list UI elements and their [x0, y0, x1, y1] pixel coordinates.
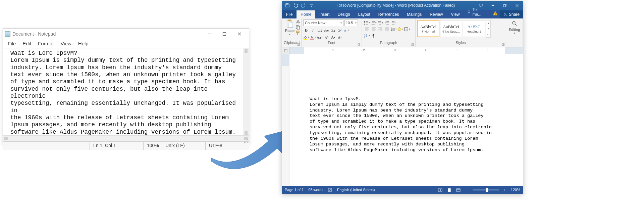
tab-review[interactable]: Review	[426, 10, 447, 18]
close-button[interactable]	[511, 1, 523, 10]
styles-group-label: Styles	[416, 41, 506, 46]
tab-home[interactable]: Home	[297, 10, 315, 18]
undo-icon[interactable]	[292, 2, 299, 9]
dialog-launcher-icon[interactable]: ◲	[411, 43, 414, 46]
format-painter-icon[interactable]	[296, 31, 300, 35]
notepad-titlebar[interactable]: Document - Notepad	[3, 29, 249, 39]
restore-button[interactable]	[499, 1, 511, 10]
activation-warning-icon[interactable]	[491, 9, 500, 18]
svg-point-43	[364, 24, 365, 25]
zoom-in-button[interactable]: +	[503, 187, 506, 192]
menu-help[interactable]: Help	[75, 40, 92, 47]
change-case-icon[interactable]: Aa	[317, 34, 323, 40]
shrink-font-icon[interactable]: A▾	[337, 34, 343, 40]
line-spacing-icon[interactable]	[390, 26, 397, 32]
tab-insert[interactable]: Insert	[315, 10, 333, 18]
justify-icon[interactable]	[384, 26, 390, 32]
status-word-count[interactable]: 95 words	[308, 188, 323, 192]
menu-view[interactable]: View	[57, 40, 75, 47]
redo-icon[interactable]	[300, 2, 307, 9]
svg-rect-1	[223, 33, 226, 36]
menu-format[interactable]: Format	[35, 40, 57, 47]
font-size-selector[interactable]: 10.5▾	[344, 19, 358, 26]
strikethrough-button[interactable]: abc	[323, 27, 329, 33]
word-title-text: TxtToWord [Compatibility Mode] - Word (P…	[317, 3, 475, 8]
ribbon: Paste ▾ Clipboard ◲ Courier New▾ 10.5▾ B…	[282, 18, 523, 47]
close-button[interactable]	[232, 29, 247, 39]
multilevel-list-icon[interactable]	[377, 20, 383, 26]
tell-me-search[interactable]: Tell me...	[464, 6, 491, 18]
style-heading-1[interactable]: AaBbC Heading 1	[463, 20, 485, 37]
qat-customize-icon[interactable]	[308, 2, 315, 9]
tab-layout[interactable]: Layout	[354, 10, 374, 18]
find-icon[interactable]	[512, 21, 517, 27]
align-center-icon[interactable]	[370, 26, 377, 32]
numbering-icon[interactable]: 123	[370, 20, 377, 26]
status-page[interactable]: Page 1 of 1	[285, 188, 304, 192]
clear-formatting-icon[interactable]: A	[323, 34, 329, 40]
tab-references[interactable]: References	[374, 10, 403, 18]
font-color-icon[interactable]: A	[310, 34, 316, 40]
menu-edit[interactable]: Edit	[19, 40, 35, 47]
style-label: Heading 1	[467, 30, 481, 33]
text-effects-icon[interactable]: A	[343, 27, 350, 33]
dialog-launcher-icon[interactable]: ◲	[502, 43, 505, 46]
zoom-out-button[interactable]: −	[465, 187, 468, 192]
chevron-down-icon: ▾	[514, 32, 515, 35]
increase-indent-icon[interactable]	[390, 20, 397, 26]
chevron-down-icon: ▾	[355, 21, 357, 25]
status-spellcheck-icon[interactable]	[328, 188, 332, 192]
style-normal[interactable]: AaBbCcI ¶ Normal	[417, 20, 439, 37]
web-layout-icon[interactable]	[456, 188, 461, 192]
menu-file[interactable]: File	[4, 40, 19, 47]
ribbon-group-clipboard: Paste ▾ Clipboard ◲	[282, 18, 302, 47]
chevron-down-icon: ▾	[340, 21, 342, 25]
status-spacer	[3, 142, 90, 150]
subscript-button[interactable]: x₂	[330, 27, 336, 33]
tab-view[interactable]: View	[447, 10, 464, 18]
share-button[interactable]: Share	[500, 10, 523, 18]
tab-design[interactable]: Design	[333, 10, 354, 18]
decrease-indent-icon[interactable]	[384, 20, 390, 26]
highlight-color-icon[interactable]	[303, 34, 309, 40]
copy-icon[interactable]	[296, 25, 300, 30]
font-name-selector[interactable]: Courier New▾	[303, 19, 343, 26]
italic-button[interactable]: I	[310, 27, 316, 33]
svg-rect-15	[503, 4, 505, 6]
dialog-launcher-icon[interactable]: ◲	[297, 43, 300, 46]
sort-icon[interactable]: AZ	[364, 33, 370, 39]
status-language[interactable]: English (United States)	[337, 188, 375, 192]
vertical-ruler[interactable]	[282, 54, 289, 186]
align-right-icon[interactable]	[377, 26, 383, 32]
bullets-icon[interactable]	[364, 20, 370, 26]
save-icon[interactable]	[284, 2, 291, 9]
document-page[interactable]: Waat is Lore IpsvM. Lorem Ipsum is simpl…	[289, 54, 523, 186]
status-zoom[interactable]: 100%	[143, 142, 162, 150]
minimize-button[interactable]	[202, 29, 217, 39]
ruler-tick-1: 1	[332, 48, 334, 52]
style-no-spacing[interactable]: AaBbCcI ¶ No Spac...	[440, 20, 462, 37]
styles-gallery-more[interactable]: ▴▾⋯	[486, 20, 491, 38]
align-left-icon[interactable]	[364, 26, 370, 32]
maximize-button[interactable]	[217, 29, 232, 39]
grow-font-icon[interactable]: A▴	[330, 34, 336, 40]
style-label: ¶ Normal	[422, 30, 435, 33]
zoom-slider[interactable]	[473, 189, 499, 190]
ribbon-tabs: File Home Insert Design Layout Reference…	[282, 10, 523, 18]
horizontal-ruler[interactable]: 1 2 3 4 5 6	[282, 47, 523, 54]
show-formatting-icon[interactable]: ¶	[370, 33, 377, 39]
borders-icon[interactable]	[404, 26, 410, 32]
underline-button[interactable]: U	[317, 27, 323, 33]
shading-icon[interactable]	[397, 26, 404, 32]
superscript-button[interactable]: x²	[337, 27, 343, 33]
tab-mailings[interactable]: Mailings	[403, 10, 426, 18]
tab-file[interactable]: File	[282, 10, 297, 18]
dialog-launcher-icon[interactable]: ◲	[358, 43, 361, 46]
paste-label: Paste	[285, 29, 294, 33]
read-mode-icon[interactable]	[438, 188, 442, 192]
bold-button[interactable]: B	[303, 27, 309, 33]
zoom-level[interactable]: 120%	[511, 188, 520, 192]
cut-icon[interactable]	[296, 19, 300, 24]
print-layout-icon[interactable]	[447, 188, 451, 192]
paste-button[interactable]: Paste ▾	[284, 19, 296, 36]
